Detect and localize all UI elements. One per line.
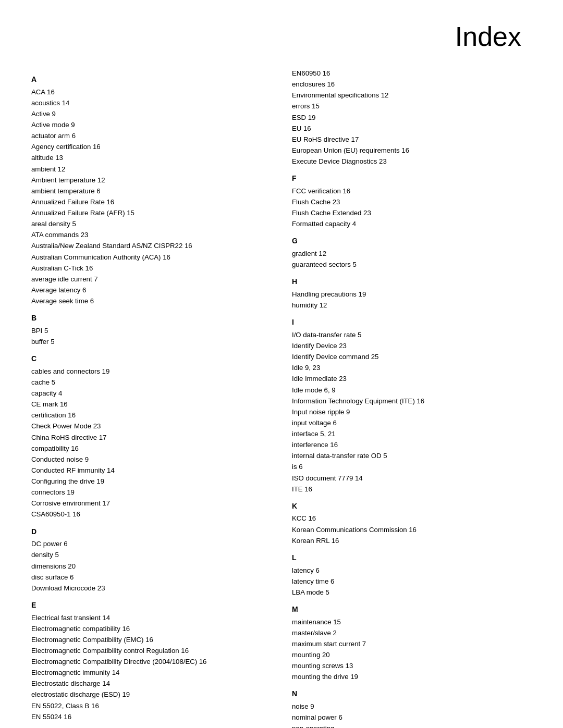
index-entry: Ambient temperature 12 [31,175,271,186]
index-entry: capacity 4 [31,388,271,399]
index-entry: Check Power Mode 23 [31,421,271,431]
index-entry: disc surface 6 [31,572,271,583]
index-entry: Agency certification 16 [31,141,271,152]
index-entry: average idle current 7 [31,274,271,285]
index-entry: ambient temperature 6 [31,186,271,196]
index-entry: CE mark 16 [31,399,271,410]
index-entry: guaranteed sectors 5 [292,259,532,270]
index-entry: mounting 20 [292,649,532,660]
index-entry: ACA 16 [31,87,271,97]
section-letter: K [292,501,532,512]
index-entry: certification 16 [31,410,271,421]
index-entry: I/O data-transfer rate 5 [292,329,532,340]
index-entry: ATA commands 23 [31,229,271,240]
index-entry: maintenance 15 [292,616,532,627]
index-entry: Information Technology Equipment (ITE) 1… [292,396,532,406]
index-entry: Download Microcode 23 [31,583,271,594]
index-entry: Electrostatic discharge 14 [31,678,271,689]
index-entry: Electromagnetic Compatibility Directive … [31,656,271,667]
index-entry: FCC verification 16 [292,186,532,196]
section-letter: D [31,526,271,538]
section-letter: F [292,173,532,184]
page-container: Index AACA 16acoustics 14Active 9Active … [0,0,563,728]
index-entry: Annualized Failure Rate 16 [31,196,271,207]
index-entry: EN 55022, Class B 16 [31,700,271,711]
index-entry: input voltage 6 [292,417,532,428]
index-entry: Australian C-Tick 16 [31,263,271,274]
section-letter: I [292,317,532,328]
index-entry: interface 5, 21 [292,428,532,439]
index-entry: cables and connectors 19 [31,366,271,377]
index-entry: latency 6 [292,565,532,576]
index-entry: buffer 5 [31,336,271,347]
index-entry: Australian Communication Authority (ACA)… [31,252,271,263]
index-entry: humidity 12 [292,300,532,311]
index-entry: mounting the drive 19 [292,671,532,682]
index-entry: areal density 5 [31,218,271,229]
section-letter: G [292,236,532,247]
index-entry: EU RoHS directive 17 [292,134,532,145]
index-entry: compatibility 16 [31,443,271,454]
index-entry: ISO document 7779 14 [292,473,532,484]
index-entry: Korean Communications Commission 16 [292,524,532,535]
index-entry: EN 55024 16 [31,711,271,722]
index-entry: EU 16 [292,123,532,134]
index-entry: Idle Immediate 23 [292,373,532,384]
index-entry: Idle 9, 23 [292,362,532,373]
index-entry: Corrosive environment 17 [31,498,271,509]
section-letter: A [31,74,271,85]
index-entry: non-operating [292,723,532,728]
index-entry: maximum start current 7 [292,638,532,649]
index-entry: Input noise ripple 9 [292,406,532,417]
index-entry: Conducted noise 9 [31,454,271,465]
right-column: EN60950 16enclosures 16Environmental spe… [292,68,532,728]
index-entry: LBA mode 5 [292,587,532,598]
index-entry: Execute Device Diagnostics 23 [292,156,532,167]
index-entry: BPI 5 [31,325,271,336]
index-entry: ITE 16 [292,484,532,495]
index-entry: Annualized Failure Rate (AFR) 15 [31,207,271,218]
index-entry: KCC 16 [292,513,532,524]
index-entry: Configuring the drive 19 [31,476,271,487]
index-entry: is 6 [292,461,532,472]
section-letter: M [292,604,532,615]
index-entry: Electromagnetic Compatibility control Re… [31,645,271,656]
index-entry: altitude 13 [31,152,271,163]
index-entry: Flush Cache 23 [292,196,532,207]
index-entry: actuator arm 6 [31,130,271,141]
index-entry: Average latency 6 [31,285,271,295]
index-entry: China RoHS directive 17 [31,432,271,443]
index-entry: latency time 6 [292,576,532,587]
index-entry: mounting screws 13 [292,660,532,671]
index-entry: Korean RRL 16 [292,535,532,546]
index-entry: Idle mode 6, 9 [292,385,532,396]
index-entry: Identify Device command 25 [292,351,532,362]
index-entry: electrostatic discharge (ESD) 19 [31,689,271,700]
index-entry: cache 5 [31,377,271,388]
index-entry: dimensions 20 [31,561,271,572]
index-entry: European Union (EU) requirements 16 [292,145,532,156]
index-entry: Flush Cache Extended 23 [292,207,532,218]
left-column: AACA 16acoustics 14Active 9Active mode 9… [31,68,271,728]
columns-wrapper: AACA 16acoustics 14Active 9Active mode 9… [31,68,532,728]
index-entry: CSA60950-1 16 [31,509,271,520]
index-entry: Average seek time 6 [31,295,271,306]
index-entry: noise 9 [292,701,532,712]
index-entry: Conducted RF immunity 14 [31,465,271,476]
index-entry: DC power 6 [31,538,271,549]
index-entry: Electrical fast transient 14 [31,612,271,623]
index-entry: Electromagnetic compatibility 16 [31,623,271,634]
index-entry: density 5 [31,549,271,560]
section-letter: H [292,276,532,288]
page-title: Index [31,21,532,52]
index-entry: Formatted capacity 4 [292,218,532,229]
index-entry: master/slave 2 [292,627,532,638]
index-entry: Electromagnetic Compatibility (EMC) 16 [31,634,271,645]
index-entry: acoustics 14 [31,97,271,108]
section-letter: E [31,600,271,611]
index-entry: ambient 12 [31,164,271,175]
index-entry: Electromagnetic immunity 14 [31,667,271,678]
index-entry: EN60950 16 [292,68,532,79]
index-entry: nominal power 6 [292,712,532,723]
section-letter: N [292,688,532,700]
